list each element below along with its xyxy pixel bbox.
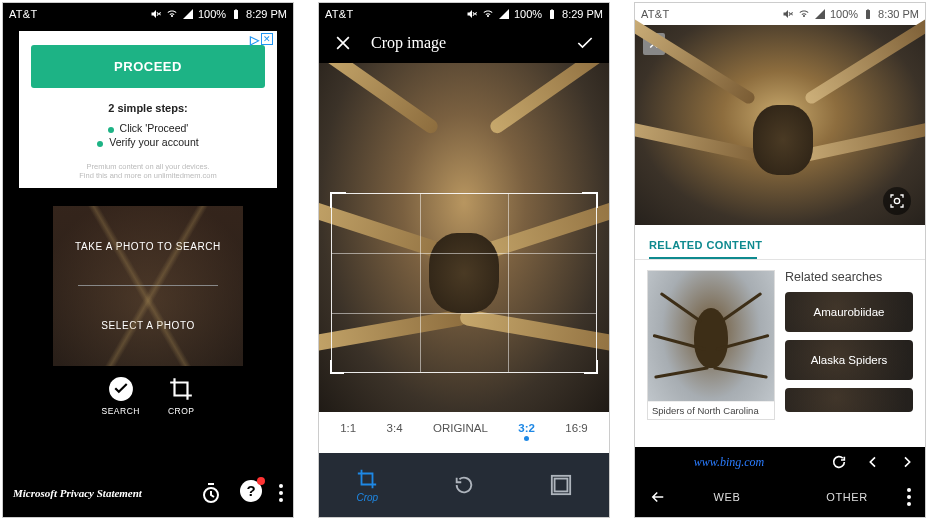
tab-related-content[interactable]: RELATED CONTENT xyxy=(635,225,925,251)
result-caption: Spiders of North Carolina xyxy=(648,401,774,419)
photo-panel: TAKE A PHOTO TO SEARCH SELECT A PHOTO xyxy=(53,206,243,366)
battery-icon xyxy=(546,8,558,20)
ratio-3-2[interactable]: 3:2 xyxy=(518,422,535,441)
notification-dot xyxy=(257,477,265,485)
privacy-link[interactable]: Microsoft Privacy Statement xyxy=(13,487,142,499)
browser-url-bar: www.bing.com xyxy=(635,447,925,477)
ad-footer: Premium content on all your devices. Fin… xyxy=(25,162,271,184)
nav-other[interactable]: OTHER xyxy=(787,491,907,503)
expand-tab[interactable] xyxy=(550,474,572,496)
take-photo-button[interactable]: TAKE A PHOTO TO SEARCH xyxy=(75,241,221,252)
crop-title: Crop image xyxy=(371,34,557,52)
screenshot-3: AT&T 100% 8:30 PM ✕ RELATED CONTENT xyxy=(634,2,926,518)
mute-icon xyxy=(150,8,162,20)
timer-icon[interactable] xyxy=(199,481,223,505)
visual-search-icon[interactable] xyxy=(883,187,911,215)
svg-rect-4 xyxy=(554,479,567,492)
status-time: 8:30 PM xyxy=(878,8,919,20)
battery-percent: 100% xyxy=(198,8,226,20)
url-text[interactable]: www.bing.com xyxy=(645,455,813,470)
screenshot-1: AT&T 100% 8:29 PM ▷ ✕ PROCEED 2 simple s… xyxy=(2,2,294,518)
nav-back-icon[interactable] xyxy=(649,488,667,506)
ad-step-2: Verify your account xyxy=(97,136,198,148)
status-bar: AT&T 100% 8:29 PM xyxy=(319,3,609,25)
wifi-icon xyxy=(482,8,494,20)
carrier-label: AT&T xyxy=(325,8,354,20)
ratio-1-1[interactable]: 1:1 xyxy=(340,422,356,434)
battery-percent: 100% xyxy=(830,8,858,20)
proceed-button[interactable]: PROCEED xyxy=(31,45,265,88)
svg-text:?: ? xyxy=(246,482,255,499)
rotate-icon xyxy=(453,474,475,496)
search-check-icon xyxy=(108,376,134,402)
ad-info-icon[interactable]: ▷ xyxy=(250,33,259,47)
crop-icon xyxy=(168,376,194,402)
ad-steps-title: 2 simple steps: xyxy=(25,102,271,114)
help-button[interactable]: ? xyxy=(239,479,263,507)
related-searches-title: Related searches xyxy=(785,270,913,284)
back-icon[interactable] xyxy=(865,454,881,470)
mute-icon xyxy=(466,8,478,20)
carrier-label: AT&T xyxy=(9,8,38,20)
wifi-icon xyxy=(166,8,178,20)
status-bar: AT&T 100% 8:29 PM xyxy=(3,3,293,25)
crop-frame[interactable] xyxy=(331,193,597,373)
status-time: 8:29 PM xyxy=(562,8,603,20)
crop-icon xyxy=(356,468,378,490)
nav-web[interactable]: WEB xyxy=(667,491,787,503)
related-chip-1[interactable]: Amaurobiidae xyxy=(785,292,913,332)
carrier-label: AT&T xyxy=(641,8,670,20)
result-card[interactable]: Spiders of North Carolina xyxy=(647,270,775,420)
ratio-3-4[interactable]: 3:4 xyxy=(387,422,403,434)
status-time: 8:29 PM xyxy=(246,8,287,20)
select-photo-button[interactable]: SELECT A PHOTO xyxy=(101,320,195,331)
crop-tab[interactable]: Crop xyxy=(356,468,378,503)
ad-card: ▷ ✕ PROCEED 2 simple steps: Click 'Proce… xyxy=(19,31,277,188)
overflow-menu-icon[interactable] xyxy=(907,488,911,506)
aspect-ratio-bar: 1:1 3:4 ORIGINAL 3:2 16:9 xyxy=(319,412,609,453)
status-bar: AT&T 100% 8:30 PM xyxy=(635,3,925,25)
wifi-icon xyxy=(798,8,810,20)
query-image: ✕ xyxy=(635,25,925,225)
signal-icon xyxy=(498,8,510,20)
related-chip-3[interactable] xyxy=(785,388,913,412)
rotate-tab[interactable] xyxy=(453,474,475,496)
crop-toolbar: Crop xyxy=(319,453,609,517)
signal-icon xyxy=(182,8,194,20)
ratio-original[interactable]: ORIGINAL xyxy=(433,422,488,434)
panel-divider xyxy=(78,285,217,286)
related-chip-2[interactable]: Alaska Spiders xyxy=(785,340,913,380)
expand-icon xyxy=(550,474,572,496)
mute-icon xyxy=(782,8,794,20)
svg-point-6 xyxy=(894,198,899,203)
battery-icon xyxy=(230,8,242,20)
ad-close-icon[interactable]: ✕ xyxy=(261,33,273,45)
close-icon[interactable] xyxy=(333,33,353,53)
crop-canvas[interactable] xyxy=(319,63,609,412)
search-action[interactable]: SEARCH xyxy=(102,376,140,416)
browser-bottom-nav: WEB OTHER xyxy=(635,477,925,517)
overflow-menu-icon[interactable] xyxy=(279,484,283,502)
screenshot-2: AT&T 100% 8:29 PM Crop image 1:1 3: xyxy=(318,2,610,518)
ad-step-1: Click 'Proceed' xyxy=(108,122,189,134)
reload-icon[interactable] xyxy=(831,454,847,470)
confirm-icon[interactable] xyxy=(575,33,595,53)
forward-icon[interactable] xyxy=(899,454,915,470)
ratio-16-9[interactable]: 16:9 xyxy=(565,422,587,434)
signal-icon xyxy=(814,8,826,20)
crop-action[interactable]: CROP xyxy=(168,376,195,416)
battery-percent: 100% xyxy=(514,8,542,20)
battery-icon xyxy=(862,8,874,20)
